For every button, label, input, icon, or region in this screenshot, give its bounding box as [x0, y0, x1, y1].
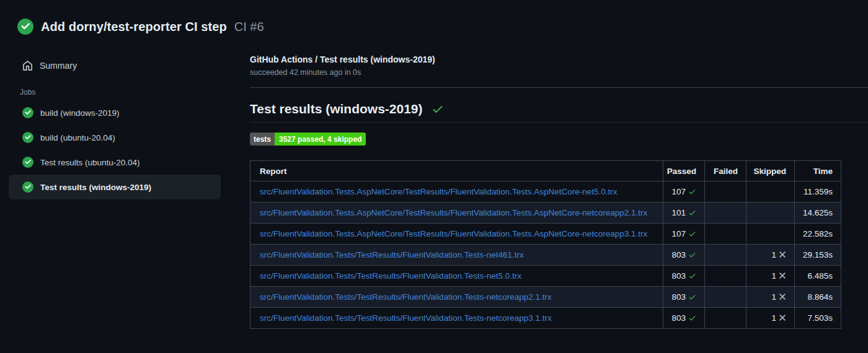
- column-header-report: Report: [250, 161, 663, 181]
- report-cell: src/FluentValidation.Tests/TestResults/F…: [250, 266, 663, 287]
- time-cell: 7.503s: [795, 308, 841, 329]
- jobs-section-label: Jobs: [20, 88, 248, 97]
- check-icon: [432, 103, 444, 115]
- sidebar-item-summary[interactable]: Summary: [9, 53, 221, 78]
- x-icon: [779, 251, 786, 258]
- run-number: CI #6: [234, 20, 264, 34]
- job-label: build (ubuntu-20.04): [40, 133, 115, 142]
- time-cell: 22.582s: [795, 224, 841, 245]
- passed-cell: 803: [663, 266, 705, 287]
- report-link[interactable]: src/FluentValidation.Tests/TestResults/F…: [260, 313, 552, 323]
- results-table-header: ReportPassedFailedSkippedTime: [250, 161, 841, 181]
- job-success-check-circle-icon: [22, 181, 33, 193]
- run-header: Add dorny/test-reporter CI step CI #6: [0, 0, 868, 36]
- sidebar-item-job[interactable]: build (ubuntu-20.04): [9, 125, 221, 150]
- table-row: src/FluentValidation.Tests.AspNetCore/Te…: [250, 224, 841, 245]
- report-heading-text: Test results (windows-2019): [250, 102, 423, 116]
- time-cell: 29.153s: [795, 245, 841, 266]
- job-success-check-circle-icon: [22, 157, 33, 168]
- passed-cell: 107: [663, 181, 705, 203]
- check-run-name: GitHub Actions / Test results (windows-2…: [250, 54, 868, 64]
- x-icon: [779, 314, 786, 321]
- report-link[interactable]: src/FluentValidation.Tests.AspNetCore/Te…: [260, 187, 618, 196]
- failed-cell: [705, 287, 746, 308]
- report-cell: src/FluentValidation.Tests.AspNetCore/Te…: [250, 181, 663, 203]
- skipped-cell: 1: [746, 308, 795, 329]
- column-header-time: Time: [795, 161, 841, 181]
- time-cell: 8.864s: [795, 287, 841, 308]
- failed-cell: [705, 245, 746, 266]
- failed-cell: [705, 203, 746, 224]
- time-cell: 11.359s: [795, 181, 841, 203]
- failed-cell: [705, 181, 746, 203]
- failed-cell: [705, 308, 746, 329]
- report-cell: src/FluentValidation.Tests/TestResults/F…: [250, 245, 663, 266]
- sidebar-item-job[interactable]: Test results (ubuntu-20.04): [9, 150, 221, 175]
- skipped-cell: [746, 224, 795, 245]
- content: Summary Jobs build (windows-2019) build …: [0, 36, 868, 329]
- report-link[interactable]: src/FluentValidation.Tests.AspNetCore/Te…: [260, 229, 647, 238]
- run-title: Add dorny/test-reporter CI step: [41, 20, 227, 34]
- jobs-list: build (windows-2019) build (ubuntu-20.04…: [0, 100, 248, 199]
- workflow-run-page: Add dorny/test-reporter CI step CI #6 Su…: [0, 0, 868, 353]
- table-row: src/FluentValidation.Tests/TestResults/F…: [250, 245, 841, 266]
- report-cell: src/FluentValidation.Tests.AspNetCore/Te…: [250, 224, 663, 245]
- report-link[interactable]: src/FluentValidation.Tests.AspNetCore/Te…: [260, 208, 647, 217]
- passed-cell: 803: [663, 245, 705, 266]
- check-run-panel: GitHub Actions / Test results (windows-2…: [248, 36, 868, 329]
- tests-badge: tests 3527 passed, 4 skipped: [250, 133, 366, 146]
- check-icon: [688, 251, 696, 259]
- failed-cell: [705, 224, 746, 245]
- header-row: ReportPassedFailedSkippedTime: [250, 161, 841, 181]
- tests-badge-value: 3527 passed, 4 skipped: [275, 133, 366, 146]
- check-icon: [688, 230, 696, 238]
- check-icon: [688, 209, 696, 217]
- x-icon: [779, 272, 786, 279]
- column-header-failed: Failed: [705, 161, 746, 181]
- job-label: Test results (ubuntu-20.04): [40, 158, 140, 167]
- check-icon: [688, 314, 696, 322]
- report-cell: src/FluentValidation.Tests/TestResults/F…: [250, 308, 663, 329]
- skipped-cell: 1: [746, 245, 795, 266]
- tests-badge-label: tests: [250, 133, 275, 146]
- passed-cell: 803: [663, 287, 705, 308]
- skipped-cell: [746, 181, 795, 203]
- check-run-status-line: succeeded 42 minutes ago in 0s: [250, 68, 868, 77]
- job-success-check-circle-icon: [22, 132, 33, 143]
- column-header-skipped: Skipped: [746, 161, 795, 181]
- table-row: src/FluentValidation.Tests/TestResults/F…: [250, 308, 841, 329]
- sidebar-item-job[interactable]: build (windows-2019): [9, 100, 221, 125]
- passed-cell: 803: [663, 308, 705, 329]
- check-icon: [688, 293, 696, 301]
- job-success-check-circle-icon: [22, 107, 33, 118]
- summary-label: Summary: [40, 61, 77, 71]
- check-icon: [688, 188, 696, 196]
- report-link[interactable]: src/FluentValidation.Tests/TestResults/F…: [260, 250, 524, 259]
- time-cell: 6.485s: [795, 266, 841, 287]
- report-link[interactable]: src/FluentValidation.Tests/TestResults/F…: [260, 292, 552, 302]
- time-cell: 14.625s: [795, 203, 841, 224]
- header-divider: [250, 87, 868, 88]
- skipped-cell: [746, 203, 795, 224]
- skipped-cell: 1: [746, 287, 795, 308]
- job-label: build (windows-2019): [40, 108, 120, 118]
- run-success-check-circle-icon: [17, 19, 33, 35]
- report-cell: src/FluentValidation.Tests/TestResults/F…: [250, 287, 663, 308]
- results-table-body: src/FluentValidation.Tests.AspNetCore/Te…: [250, 181, 841, 329]
- job-label: Test results (windows-2019): [40, 183, 151, 192]
- check-icon: [688, 272, 696, 280]
- report-heading: Test results (windows-2019): [250, 102, 868, 123]
- table-row: src/FluentValidation.Tests/TestResults/F…: [250, 287, 841, 308]
- passed-cell: 107: [663, 224, 705, 245]
- table-row: src/FluentValidation.Tests.AspNetCore/Te…: [250, 181, 841, 203]
- column-header-passed: Passed: [663, 161, 705, 181]
- x-icon: [779, 293, 786, 300]
- failed-cell: [705, 266, 746, 287]
- sidebar-item-job[interactable]: Test results (windows-2019): [9, 175, 221, 199]
- skipped-cell: 1: [746, 266, 795, 287]
- report-link[interactable]: src/FluentValidation.Tests/TestResults/F…: [260, 271, 521, 281]
- table-row: src/FluentValidation.Tests/TestResults/F…: [250, 266, 841, 287]
- report-cell: src/FluentValidation.Tests.AspNetCore/Te…: [250, 203, 663, 224]
- results-table: ReportPassedFailedSkippedTime src/Fluent…: [250, 160, 841, 329]
- home-icon: [22, 61, 33, 71]
